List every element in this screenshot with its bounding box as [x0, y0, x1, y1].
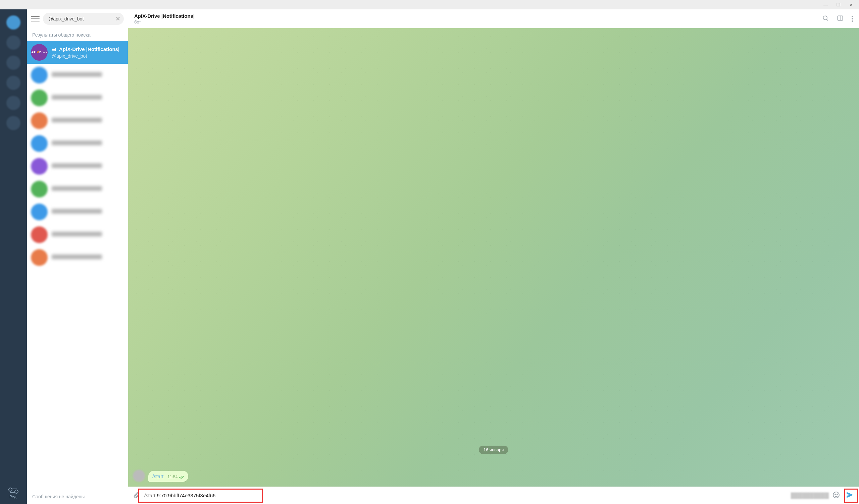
account-avatar[interactable] [6, 15, 20, 30]
chat-list-item[interactable] [27, 109, 128, 132]
svg-point-0 [823, 16, 827, 20]
chat-list-item[interactable] [27, 246, 128, 269]
message-time: 11:54 [167, 474, 178, 479]
send-button[interactable] [846, 491, 854, 501]
side-panel-icon[interactable] [837, 15, 844, 23]
message-row: /start 11:54 [133, 470, 188, 482]
chat-avatar [31, 112, 48, 129]
chat-list-item[interactable] [27, 223, 128, 246]
svg-point-5 [835, 494, 835, 494]
account-avatar[interactable] [6, 56, 20, 70]
window-minimize-button[interactable]: — [824, 2, 828, 7]
chat-list-item-apix[interactable]: API✕Drive ApiX-Drive |Notifications| @ap… [27, 41, 128, 64]
chat-header-subtitle: бот [134, 19, 195, 25]
chat-list: API✕Drive ApiX-Drive |Notifications| @ap… [27, 41, 128, 489]
chat-title: ApiX-Drive |Notifications| [59, 46, 119, 52]
window-maximize-button[interactable]: ❐ [837, 2, 841, 7]
search-field-wrap: ✕ [43, 13, 124, 25]
search-in-chat-icon[interactable] [822, 15, 829, 23]
search-input[interactable] [43, 13, 124, 25]
clear-search-icon[interactable]: ✕ [116, 15, 120, 22]
chat-avatar [31, 249, 48, 266]
compose-bar: ██████████ [128, 487, 859, 504]
chat-avatar: API✕Drive [31, 44, 48, 61]
chat-avatar [31, 181, 48, 198]
chat-avatar [31, 158, 48, 175]
chat-list-item[interactable] [27, 132, 128, 155]
chat-avatar [31, 90, 48, 106]
menu-button[interactable] [31, 16, 40, 21]
redacted-text: ██████████ [791, 493, 829, 499]
message-input[interactable] [144, 491, 792, 500]
date-separator: 16 января [479, 446, 508, 454]
accounts-rail: Ред. [0, 10, 27, 504]
attach-icon[interactable] [133, 491, 140, 500]
chat-list-item[interactable] [27, 155, 128, 178]
message-avatar[interactable] [133, 470, 145, 482]
svg-point-4 [833, 492, 839, 498]
sidebar: ✕ Результаты общего поиска API✕Drive Api [27, 10, 128, 504]
sliders-icon [10, 489, 17, 493]
read-ticks-icon [179, 475, 184, 478]
svg-line-1 [827, 19, 828, 20]
emoji-icon[interactable] [832, 491, 840, 500]
chat-list-item[interactable] [27, 178, 128, 201]
edit-accounts-button[interactable]: Ред. [10, 489, 17, 499]
chat-subtitle: @apix_drive_bot [52, 53, 119, 59]
account-avatar[interactable] [6, 116, 20, 130]
chat-header-title[interactable]: ApiX-Drive |Notifications| [134, 13, 195, 19]
account-avatar[interactable] [6, 76, 20, 90]
chat-list-item[interactable] [27, 86, 128, 109]
chat-avatar [31, 226, 48, 243]
megaphone-icon [52, 47, 57, 51]
chat-header: ApiX-Drive |Notifications| бот [128, 10, 859, 28]
edit-label: Ред. [10, 494, 17, 499]
svg-point-6 [837, 494, 838, 494]
account-avatar[interactable] [6, 35, 20, 50]
message-text: /start [152, 473, 163, 479]
chat-messages-area[interactable]: 16 января /start 11:54 [128, 28, 859, 487]
sidebar-footer: Сообщения не найдены [27, 489, 128, 504]
chat-avatar [31, 67, 48, 83]
svg-rect-2 [838, 16, 843, 20]
chat-list-item[interactable] [27, 201, 128, 223]
more-options-icon[interactable] [852, 16, 853, 22]
message-bubble[interactable]: /start 11:54 [148, 471, 188, 482]
chat-pane: ApiX-Drive |Notifications| бот 16 января [128, 10, 859, 504]
chat-list-item[interactable] [27, 64, 128, 86]
chat-avatar [31, 204, 48, 220]
window-titlebar: — ❐ ✕ [0, 0, 859, 10]
chat-avatar [31, 135, 48, 152]
window-close-button[interactable]: ✕ [849, 2, 853, 7]
account-avatar[interactable] [6, 96, 20, 110]
search-section-label: Результаты общего поиска [27, 28, 128, 41]
